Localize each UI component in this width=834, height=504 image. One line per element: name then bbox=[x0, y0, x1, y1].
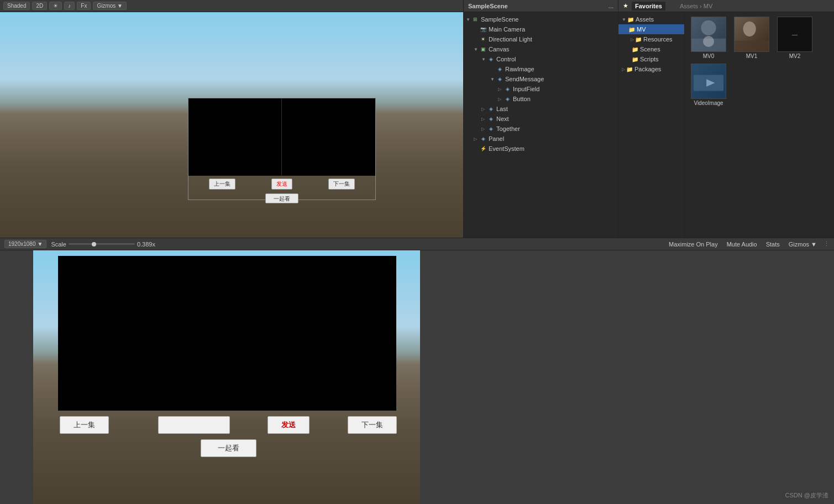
panel-arrow: ▷ bbox=[474, 136, 479, 141]
hierarchy-item-rawimage[interactable]: ◈ RawImage bbox=[464, 64, 618, 74]
favorites-tab[interactable]: Favorites bbox=[632, 2, 665, 11]
rawimage-icon: ◈ bbox=[496, 65, 503, 73]
samplescene-label: SampleScene bbox=[481, 16, 519, 23]
hierarchy-dots-button[interactable]: ... bbox=[609, 3, 613, 9]
videoimage-thumbnail-svg bbox=[691, 64, 726, 99]
preview-buttons-row: 上一集 发送 下一集 bbox=[188, 176, 375, 192]
hierarchy-item-maincamera[interactable]: 📷 Main Camera bbox=[464, 24, 618, 34]
control-arrow: ▼ bbox=[481, 57, 487, 62]
hierarchy-item-panel[interactable]: ▷ ◈ Panel bbox=[464, 134, 618, 144]
preview-together-row: 一起看 bbox=[188, 192, 375, 204]
light-button[interactable]: ☀ bbox=[49, 2, 62, 10]
svg-point-1 bbox=[701, 20, 716, 35]
game-input-field[interactable] bbox=[158, 416, 230, 434]
preview-send-button[interactable]: 发送 bbox=[271, 179, 292, 190]
inputfield-icon: ◈ bbox=[503, 85, 511, 93]
hierarchy-panel: SampleScene ... ▼ ⊞ SampleScene 📷 Main C… bbox=[464, 0, 618, 238]
svg-rect-5 bbox=[735, 41, 769, 51]
hierarchy-item-together[interactable]: ▷ ◈ Together bbox=[464, 124, 618, 134]
preview-prev-button[interactable]: 上一集 bbox=[209, 179, 235, 190]
project-panel: ★ Favorites Assets › MV ▼ 📁 Assets 📁 bbox=[618, 0, 834, 238]
asset-thumbnail-videoimage bbox=[691, 64, 726, 99]
last-icon: ◈ bbox=[487, 105, 495, 113]
asset-thumbnail-mv2: – bbox=[777, 17, 812, 52]
scale-slider[interactable] bbox=[69, 243, 135, 245]
hierarchy-item-last[interactable]: ▷ ◈ Last bbox=[464, 104, 618, 114]
asset-item-videoimage[interactable]: VideoImage bbox=[689, 64, 728, 106]
gizmos-game-button[interactable]: Gizmos ▼ bbox=[786, 240, 819, 248]
sidebar-packages-label: Packages bbox=[634, 66, 661, 72]
hierarchy-item-inputfield[interactable]: ▷ ◈ InputField bbox=[464, 84, 618, 94]
asset-item-mv0[interactable]: MV0 bbox=[689, 17, 728, 59]
sidebar-item-mv[interactable]: 📁 MV bbox=[618, 24, 684, 34]
together-label: Together bbox=[496, 125, 520, 132]
hierarchy-item-samplescene[interactable]: ▼ ⊞ SampleScene bbox=[464, 14, 618, 24]
hierarchy-item-eventsystem[interactable]: ⚡ EventSystem bbox=[464, 144, 618, 154]
sidebar-item-packages[interactable]: ▷ 📁 Packages bbox=[618, 64, 684, 74]
sidebar-item-scripts[interactable]: 📁 Scripts bbox=[618, 54, 684, 64]
asset-label-mv1: MV1 bbox=[732, 53, 771, 59]
scale-handle bbox=[92, 242, 96, 246]
hierarchy-title: SampleScene bbox=[468, 3, 508, 9]
preview-screen-area bbox=[188, 98, 375, 176]
game-video-screen bbox=[58, 256, 396, 411]
project-breadcrumb: Assets › MV bbox=[680, 3, 712, 9]
sendmessage-icon: ◈ bbox=[496, 75, 503, 83]
control-icon: ◈ bbox=[487, 55, 495, 63]
2d-button[interactable]: 2D bbox=[32, 2, 47, 10]
sidebar-mv-label: MV bbox=[637, 26, 646, 33]
project-sidebar: ▼ 📁 Assets 📁 MV ▷ 📁 Resources bbox=[618, 12, 685, 238]
next-label: Next bbox=[496, 116, 509, 122]
preview-together-button[interactable]: 一起看 bbox=[265, 193, 298, 203]
game-toolbar-dots-button[interactable]: ⋮ bbox=[823, 240, 830, 248]
game-next-button[interactable]: 下一集 bbox=[348, 416, 397, 434]
scene-toolbar: Shaded 2D ☀ ♪ Fx Gizmos ▼ bbox=[0, 0, 463, 12]
game-prev-button[interactable]: 上一集 bbox=[60, 416, 109, 434]
preview-next-button[interactable]: 下一集 bbox=[328, 179, 355, 190]
breadcrumb-assets: Assets bbox=[680, 3, 698, 9]
game-view: 上一集 发送 下一集 一起看 CSDN @皮学渣 bbox=[0, 250, 834, 504]
scale-container: Scale 0.389x bbox=[51, 241, 155, 248]
fx-button[interactable]: Fx bbox=[77, 2, 91, 10]
hierarchy-item-control[interactable]: ▼ ◈ Control bbox=[464, 54, 618, 64]
inputfield-arrow: ▷ bbox=[498, 87, 503, 92]
game-ui-row1: 上一集 发送 下一集 bbox=[60, 416, 397, 434]
mv2-dash-icon: – bbox=[792, 29, 798, 40]
button-arrow: ▷ bbox=[498, 97, 503, 102]
next-arrow: ▷ bbox=[481, 117, 487, 122]
asset-label-mv2: MV2 bbox=[775, 53, 814, 59]
hierarchy-item-next[interactable]: ▷ ◈ Next bbox=[464, 114, 618, 124]
resolution-button[interactable]: 1920x1080 ▼ bbox=[4, 240, 46, 248]
panel-icon: ◈ bbox=[479, 135, 487, 143]
samplescene-icon: ⊞ bbox=[471, 15, 479, 23]
audio-button[interactable]: ♪ bbox=[64, 2, 75, 10]
favorites-star-icon: ★ bbox=[623, 2, 628, 9]
inputfield-label: InputField bbox=[513, 86, 539, 92]
gizmos-button[interactable]: Gizmos ▼ bbox=[93, 2, 127, 10]
asset-item-mv1[interactable]: MV1 bbox=[732, 17, 771, 59]
hierarchy-item-button[interactable]: ▷ ◈ Button bbox=[464, 94, 618, 104]
mute-audio-button[interactable]: Mute Audio bbox=[725, 240, 759, 248]
last-arrow: ▷ bbox=[481, 107, 487, 112]
mv-folder-icon: 📁 bbox=[628, 27, 635, 33]
project-assets-grid: MV0 bbox=[685, 12, 834, 238]
mv1-thumbnail-svg bbox=[735, 17, 769, 52]
asset-item-mv2[interactable]: – MV2 bbox=[775, 17, 814, 59]
asset-thumbnail-mv0 bbox=[691, 17, 726, 52]
scale-label: Scale bbox=[51, 241, 66, 248]
sidebar-item-resources[interactable]: ▷ 📁 Resources bbox=[618, 34, 684, 44]
button-label: Button bbox=[513, 96, 531, 102]
stats-button[interactable]: Stats bbox=[764, 240, 782, 248]
scripts-folder-icon: 📁 bbox=[632, 56, 638, 62]
sidebar-item-assets[interactable]: ▼ 📁 Assets bbox=[618, 14, 684, 24]
shaded-button[interactable]: Shaded bbox=[3, 2, 30, 10]
game-send-button[interactable]: 发送 bbox=[267, 416, 310, 434]
maincamera-label: Main Camera bbox=[489, 26, 525, 33]
game-together-button[interactable]: 一起看 bbox=[201, 439, 256, 457]
hierarchy-item-sendmessage[interactable]: ▼ ◈ SendMessage bbox=[464, 74, 618, 84]
sidebar-item-scenes[interactable]: 📁 Scenes bbox=[618, 44, 684, 54]
hierarchy-item-directionallight[interactable]: ☀ Directional Light bbox=[464, 34, 618, 44]
maximize-on-play-button[interactable]: Maximize On Play bbox=[667, 240, 720, 248]
last-label: Last bbox=[496, 106, 508, 112]
hierarchy-item-canvas[interactable]: ▼ ▣ Canvas bbox=[464, 44, 618, 54]
